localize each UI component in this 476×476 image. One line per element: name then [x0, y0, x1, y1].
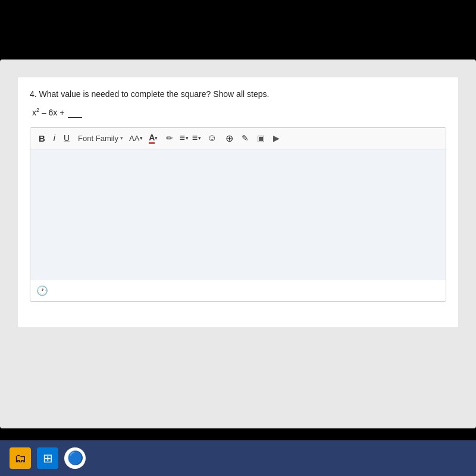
files-taskbar-icon[interactable]: 🗂 — [10, 447, 31, 469]
blank-line — [68, 108, 82, 118]
font-family-dropdown[interactable]: Font Family ▾ — [76, 133, 126, 144]
underline-button[interactable]: U — [61, 132, 72, 144]
font-color-arrow: ▾ — [155, 135, 158, 141]
font-color-label: A — [149, 133, 155, 144]
aa-arrow: ▾ — [140, 135, 143, 141]
windows-taskbar-icon[interactable]: ⊞ — [37, 447, 58, 469]
chrome-icon-glyph: 🔵 — [67, 450, 83, 466]
font-size-button[interactable]: AA ▾ — [129, 134, 143, 143]
editor-container: B i U Font Family ▾ AA ▾ A ▾ ✏ ≡ — [30, 127, 446, 302]
more-button[interactable]: ▶ — [271, 132, 282, 144]
align-label: ≡ — [179, 133, 184, 143]
font-color-button[interactable]: A ▾ — [146, 131, 160, 145]
list-label: ≡ — [192, 133, 198, 143]
taskbar: 🗂 ⊞ 🔵 — [0, 440, 476, 476]
question-body: What value is needed to complete the squ… — [39, 89, 270, 99]
math-expression: x2 – 6x + — [30, 107, 446, 118]
question-number: 4. — [30, 89, 37, 99]
edit-button[interactable]: ✎ — [239, 132, 251, 144]
image-button[interactable]: ▣ — [255, 132, 267, 144]
screen: 4. What value is needed to complete the … — [0, 60, 476, 428]
emoji-button[interactable]: ☺ — [205, 131, 219, 145]
windows-icon-glyph: ⊞ — [43, 451, 53, 465]
highlight-button[interactable]: ✏ — [164, 132, 176, 144]
align-arrow: ▾ — [186, 135, 189, 141]
content-area: 4. What value is needed to complete the … — [18, 77, 458, 327]
clock-area: 🕐 — [30, 280, 446, 301]
bold-button[interactable]: B — [36, 132, 48, 145]
align-button[interactable]: ≡ ▾ — [179, 133, 188, 143]
link-button[interactable]: ⊕ — [223, 131, 236, 145]
list-arrow: ▾ — [198, 135, 201, 141]
editor-body[interactable] — [30, 149, 446, 280]
aa-label: AA — [129, 134, 139, 143]
font-family-arrow: ▾ — [120, 135, 123, 141]
toolbar: B i U Font Family ▾ AA ▾ A ▾ ✏ ≡ — [30, 128, 446, 149]
question-text: 4. What value is needed to complete the … — [30, 89, 446, 99]
files-icon-glyph: 🗂 — [14, 452, 26, 465]
font-family-label: Font Family — [78, 134, 118, 143]
italic-button[interactable]: i — [51, 132, 58, 144]
list-button[interactable]: ≡ ▾ — [192, 133, 201, 143]
chrome-taskbar-icon[interactable]: 🔵 — [64, 447, 86, 469]
clock-icon: 🕐 — [36, 285, 48, 296]
